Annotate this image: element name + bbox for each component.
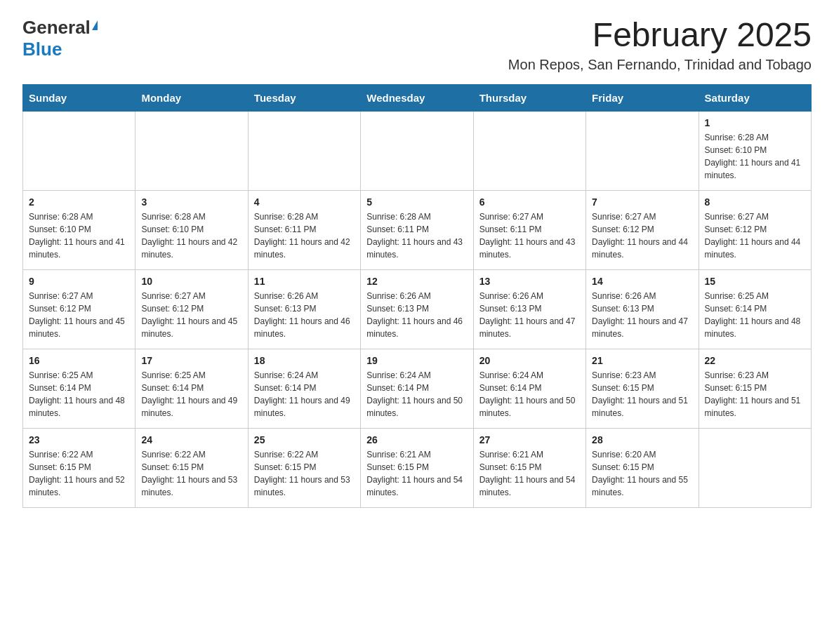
day-number: 17 xyxy=(141,355,241,366)
day-info: Sunrise: 6:26 AM Sunset: 6:13 PM Dayligh… xyxy=(479,290,580,340)
calendar-day-header: Monday xyxy=(135,84,248,111)
calendar-day-cell: 24Sunrise: 6:22 AM Sunset: 6:15 PM Dayli… xyxy=(135,428,248,507)
day-info: Sunrise: 6:28 AM Sunset: 6:11 PM Dayligh… xyxy=(366,210,467,261)
day-number: 3 xyxy=(141,196,241,208)
calendar-day-cell: 2Sunrise: 6:28 AM Sunset: 6:10 PM Daylig… xyxy=(23,190,135,269)
day-number: 21 xyxy=(592,355,692,366)
logo: General Blue xyxy=(22,17,98,60)
calendar-table: SundayMondayTuesdayWednesdayThursdayFrid… xyxy=(22,84,812,508)
calendar-day-cell: 9Sunrise: 6:27 AM Sunset: 6:12 PM Daylig… xyxy=(23,269,135,349)
calendar-day-cell: 18Sunrise: 6:24 AM Sunset: 6:14 PM Dayli… xyxy=(248,349,360,428)
calendar-day-header: Sunday xyxy=(23,84,135,111)
calendar-day-header: Thursday xyxy=(473,84,585,111)
calendar-day-cell: 5Sunrise: 6:28 AM Sunset: 6:11 PM Daylig… xyxy=(361,190,473,269)
day-info: Sunrise: 6:24 AM Sunset: 6:14 PM Dayligh… xyxy=(366,369,467,420)
day-number: 25 xyxy=(254,434,355,445)
day-number: 26 xyxy=(366,434,467,445)
day-info: Sunrise: 6:27 AM Sunset: 6:12 PM Dayligh… xyxy=(705,210,805,261)
day-info: Sunrise: 6:24 AM Sunset: 6:14 PM Dayligh… xyxy=(254,369,355,420)
calendar-day-header: Wednesday xyxy=(361,84,473,111)
calendar-week-row: 23Sunrise: 6:22 AM Sunset: 6:15 PM Dayli… xyxy=(23,428,812,507)
calendar-week-row: 1Sunrise: 6:28 AM Sunset: 6:10 PM Daylig… xyxy=(23,111,812,190)
calendar-day-cell: 12Sunrise: 6:26 AM Sunset: 6:13 PM Dayli… xyxy=(361,269,473,349)
day-number: 23 xyxy=(29,434,129,445)
calendar-day-cell: 8Sunrise: 6:27 AM Sunset: 6:12 PM Daylig… xyxy=(699,190,811,269)
day-number: 15 xyxy=(705,276,805,287)
day-number: 8 xyxy=(705,196,805,208)
day-number: 22 xyxy=(705,355,805,366)
day-info: Sunrise: 6:28 AM Sunset: 6:10 PM Dayligh… xyxy=(705,131,805,182)
day-info: Sunrise: 6:21 AM Sunset: 6:15 PM Dayligh… xyxy=(366,448,467,499)
calendar-day-cell: 1Sunrise: 6:28 AM Sunset: 6:10 PM Daylig… xyxy=(699,111,811,190)
calendar-day-cell: 21Sunrise: 6:23 AM Sunset: 6:15 PM Dayli… xyxy=(586,349,699,428)
calendar-day-cell xyxy=(586,111,699,190)
day-number: 1 xyxy=(705,117,805,128)
calendar-week-row: 9Sunrise: 6:27 AM Sunset: 6:12 PM Daylig… xyxy=(23,269,812,349)
day-info: Sunrise: 6:22 AM Sunset: 6:15 PM Dayligh… xyxy=(254,448,355,499)
calendar-day-cell xyxy=(473,111,585,190)
logo-triangle-icon xyxy=(92,20,98,30)
day-info: Sunrise: 6:26 AM Sunset: 6:13 PM Dayligh… xyxy=(592,290,692,340)
day-info: Sunrise: 6:26 AM Sunset: 6:13 PM Dayligh… xyxy=(366,290,467,340)
calendar-day-cell xyxy=(248,111,360,190)
day-info: Sunrise: 6:20 AM Sunset: 6:15 PM Dayligh… xyxy=(592,448,692,499)
calendar-day-cell: 10Sunrise: 6:27 AM Sunset: 6:12 PM Dayli… xyxy=(135,269,248,349)
day-info: Sunrise: 6:25 AM Sunset: 6:14 PM Dayligh… xyxy=(705,290,805,340)
calendar-day-cell: 25Sunrise: 6:22 AM Sunset: 6:15 PM Dayli… xyxy=(248,428,360,507)
title-section: February 2025 Mon Repos, San Fernando, T… xyxy=(508,17,812,73)
calendar-week-row: 2Sunrise: 6:28 AM Sunset: 6:10 PM Daylig… xyxy=(23,190,812,269)
day-number: 20 xyxy=(479,355,580,366)
day-number: 2 xyxy=(29,196,129,208)
calendar-day-cell: 16Sunrise: 6:25 AM Sunset: 6:14 PM Dayli… xyxy=(23,349,135,428)
day-info: Sunrise: 6:28 AM Sunset: 6:10 PM Dayligh… xyxy=(29,210,129,261)
day-info: Sunrise: 6:28 AM Sunset: 6:10 PM Dayligh… xyxy=(141,210,241,261)
day-number: 16 xyxy=(29,355,129,366)
calendar-header-row: SundayMondayTuesdayWednesdayThursdayFrid… xyxy=(23,84,812,111)
day-info: Sunrise: 6:23 AM Sunset: 6:15 PM Dayligh… xyxy=(705,369,805,420)
day-info: Sunrise: 6:27 AM Sunset: 6:11 PM Dayligh… xyxy=(479,210,580,261)
calendar-day-cell: 15Sunrise: 6:25 AM Sunset: 6:14 PM Dayli… xyxy=(699,269,811,349)
calendar-week-row: 16Sunrise: 6:25 AM Sunset: 6:14 PM Dayli… xyxy=(23,349,812,428)
calendar-day-cell: 28Sunrise: 6:20 AM Sunset: 6:15 PM Dayli… xyxy=(586,428,699,507)
page-header: General Blue February 2025 Mon Repos, Sa… xyxy=(22,17,812,73)
calendar-day-cell: 20Sunrise: 6:24 AM Sunset: 6:14 PM Dayli… xyxy=(473,349,585,428)
day-number: 10 xyxy=(141,276,241,287)
calendar-day-cell: 27Sunrise: 6:21 AM Sunset: 6:15 PM Dayli… xyxy=(473,428,585,507)
calendar-day-header: Saturday xyxy=(699,84,811,111)
day-number: 7 xyxy=(592,196,692,208)
day-number: 28 xyxy=(592,434,692,445)
calendar-day-cell: 14Sunrise: 6:26 AM Sunset: 6:13 PM Dayli… xyxy=(586,269,699,349)
calendar-day-cell: 7Sunrise: 6:27 AM Sunset: 6:12 PM Daylig… xyxy=(586,190,699,269)
day-info: Sunrise: 6:24 AM Sunset: 6:14 PM Dayligh… xyxy=(479,369,580,420)
main-title: February 2025 xyxy=(508,17,812,54)
calendar-day-cell: 26Sunrise: 6:21 AM Sunset: 6:15 PM Dayli… xyxy=(361,428,473,507)
day-number: 27 xyxy=(479,434,580,445)
calendar-day-cell: 4Sunrise: 6:28 AM Sunset: 6:11 PM Daylig… xyxy=(248,190,360,269)
day-info: Sunrise: 6:26 AM Sunset: 6:13 PM Dayligh… xyxy=(254,290,355,340)
day-info: Sunrise: 6:27 AM Sunset: 6:12 PM Dayligh… xyxy=(141,290,241,340)
logo-blue-text: Blue xyxy=(22,39,62,60)
calendar-day-cell xyxy=(361,111,473,190)
calendar-day-cell xyxy=(23,111,135,190)
day-number: 5 xyxy=(366,196,467,208)
day-info: Sunrise: 6:28 AM Sunset: 6:11 PM Dayligh… xyxy=(254,210,355,261)
day-number: 19 xyxy=(366,355,467,366)
subtitle: Mon Repos, San Fernando, Trinidad and To… xyxy=(508,57,812,73)
day-number: 11 xyxy=(254,276,355,287)
day-number: 13 xyxy=(479,276,580,287)
day-number: 18 xyxy=(254,355,355,366)
day-info: Sunrise: 6:25 AM Sunset: 6:14 PM Dayligh… xyxy=(141,369,241,420)
calendar-day-cell: 11Sunrise: 6:26 AM Sunset: 6:13 PM Dayli… xyxy=(248,269,360,349)
calendar-day-cell: 6Sunrise: 6:27 AM Sunset: 6:11 PM Daylig… xyxy=(473,190,585,269)
calendar-day-cell xyxy=(699,428,811,507)
calendar-day-cell: 23Sunrise: 6:22 AM Sunset: 6:15 PM Dayli… xyxy=(23,428,135,507)
day-number: 12 xyxy=(366,276,467,287)
day-number: 9 xyxy=(29,276,129,287)
day-info: Sunrise: 6:27 AM Sunset: 6:12 PM Dayligh… xyxy=(592,210,692,261)
logo-general-text: General xyxy=(22,17,91,39)
calendar-day-header: Tuesday xyxy=(248,84,360,111)
calendar-day-cell xyxy=(135,111,248,190)
calendar-day-cell: 22Sunrise: 6:23 AM Sunset: 6:15 PM Dayli… xyxy=(699,349,811,428)
calendar-day-cell: 13Sunrise: 6:26 AM Sunset: 6:13 PM Dayli… xyxy=(473,269,585,349)
calendar-day-cell: 3Sunrise: 6:28 AM Sunset: 6:10 PM Daylig… xyxy=(135,190,248,269)
